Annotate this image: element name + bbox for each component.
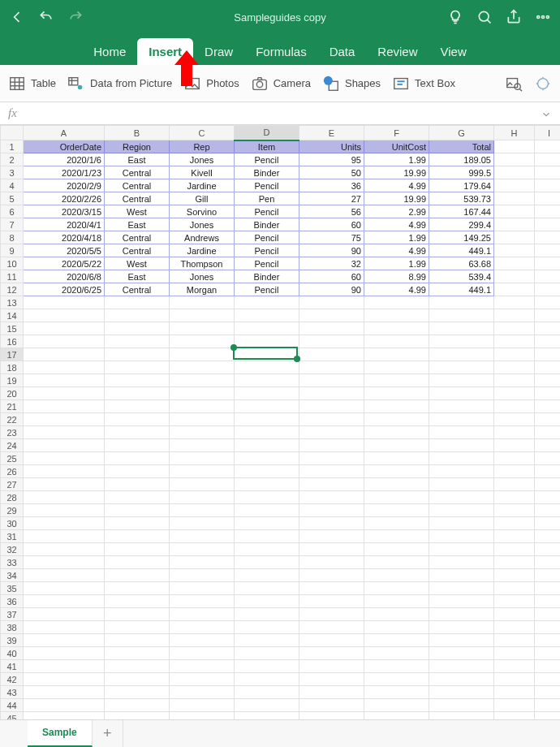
row-header[interactable]: 8	[1, 231, 24, 244]
cell[interactable]	[494, 699, 535, 712]
cell[interactable]	[299, 322, 364, 335]
cell[interactable]	[429, 517, 494, 530]
cell[interactable]	[494, 543, 535, 556]
cell[interactable]	[535, 595, 561, 608]
cell[interactable]	[494, 361, 535, 374]
cell[interactable]	[535, 361, 561, 374]
cell[interactable]	[170, 556, 235, 569]
cell[interactable]	[235, 374, 299, 387]
cell[interactable]	[105, 374, 170, 387]
cell[interactable]: 95	[299, 153, 364, 166]
cell[interactable]	[235, 426, 299, 439]
cell[interactable]: 2.99	[364, 205, 429, 218]
cell[interactable]: 2020/6/8	[24, 270, 105, 283]
cell[interactable]: Rep	[170, 140, 235, 153]
cell[interactable]: 189.05	[429, 153, 494, 166]
cell[interactable]	[535, 270, 561, 283]
col-header-G[interactable]: G	[429, 126, 494, 140]
cell[interactable]	[535, 179, 561, 192]
cell[interactable]	[299, 582, 364, 595]
cell[interactable]	[364, 530, 429, 543]
cell[interactable]: 27	[299, 192, 364, 205]
cell[interactable]	[299, 426, 364, 439]
cell[interactable]	[235, 478, 299, 491]
cell[interactable]	[494, 608, 535, 621]
cell[interactable]	[170, 634, 235, 647]
cell[interactable]	[299, 400, 364, 413]
cell[interactable]	[494, 218, 535, 231]
cell[interactable]	[535, 309, 561, 322]
cell[interactable]	[105, 608, 170, 621]
cell[interactable]	[299, 309, 364, 322]
cell[interactable]: 2020/5/22	[24, 257, 105, 270]
cell[interactable]	[299, 686, 364, 699]
cell[interactable]: 36	[299, 179, 364, 192]
cell[interactable]: 167.44	[429, 205, 494, 218]
chevron-down-icon[interactable]	[541, 109, 552, 123]
cell[interactable]	[364, 361, 429, 374]
row-header[interactable]: 21	[1, 400, 24, 413]
cell[interactable]	[299, 699, 364, 712]
cell[interactable]	[364, 465, 429, 478]
cell[interactable]: 19.99	[364, 166, 429, 179]
cell[interactable]	[24, 517, 105, 530]
cell[interactable]	[364, 621, 429, 634]
cell[interactable]	[24, 296, 105, 309]
cell[interactable]	[170, 595, 235, 608]
cell[interactable]: 2020/4/18	[24, 231, 105, 244]
cell[interactable]	[299, 478, 364, 491]
cell[interactable]	[235, 556, 299, 569]
cell[interactable]: 8.99	[364, 270, 429, 283]
cell[interactable]: Central	[105, 283, 170, 296]
cell[interactable]	[494, 413, 535, 426]
cell[interactable]	[24, 426, 105, 439]
cell[interactable]	[364, 634, 429, 647]
cell[interactable]: Pencil	[235, 153, 299, 166]
cell[interactable]	[535, 283, 561, 296]
cell[interactable]	[429, 322, 494, 335]
cell[interactable]	[535, 504, 561, 517]
cell[interactable]	[494, 465, 535, 478]
cell[interactable]	[24, 361, 105, 374]
cell[interactable]: Central	[105, 192, 170, 205]
cell[interactable]	[494, 530, 535, 543]
cell[interactable]	[429, 335, 494, 348]
cell[interactable]: 999.5	[429, 166, 494, 179]
cell[interactable]	[235, 491, 299, 504]
cell[interactable]	[299, 387, 364, 400]
cell[interactable]	[24, 413, 105, 426]
cell[interactable]	[429, 478, 494, 491]
cell[interactable]	[105, 504, 170, 517]
cell[interactable]	[170, 608, 235, 621]
sheet-area[interactable]: ABCDEFGHI1OrderDateRegionRepItemUnitsUni…	[0, 125, 560, 726]
cell[interactable]: Pencil	[235, 244, 299, 257]
cell[interactable]	[429, 504, 494, 517]
cell[interactable]	[105, 361, 170, 374]
cell[interactable]: 1.99	[364, 231, 429, 244]
row-header[interactable]: 26	[1, 465, 24, 478]
cell[interactable]	[494, 335, 535, 348]
cell[interactable]	[494, 556, 535, 569]
cell[interactable]	[364, 452, 429, 465]
share-icon[interactable]	[502, 5, 526, 29]
cell[interactable]	[24, 634, 105, 647]
cell[interactable]	[364, 595, 429, 608]
cell[interactable]	[364, 517, 429, 530]
cell[interactable]	[299, 452, 364, 465]
row-header[interactable]: 16	[1, 335, 24, 348]
cell[interactable]	[535, 335, 561, 348]
cell[interactable]	[535, 517, 561, 530]
cell[interactable]	[494, 634, 535, 647]
cell[interactable]: Central	[105, 166, 170, 179]
cell[interactable]	[105, 530, 170, 543]
cell[interactable]	[235, 400, 299, 413]
row-header[interactable]: 17	[1, 348, 24, 361]
cell[interactable]	[105, 517, 170, 530]
cell[interactable]	[235, 660, 299, 673]
cell[interactable]	[170, 335, 235, 348]
cell[interactable]	[105, 556, 170, 569]
tab-insert[interactable]: Insert	[137, 38, 193, 65]
cell[interactable]	[535, 205, 561, 218]
cell[interactable]: East	[105, 270, 170, 283]
cell[interactable]	[24, 348, 105, 361]
